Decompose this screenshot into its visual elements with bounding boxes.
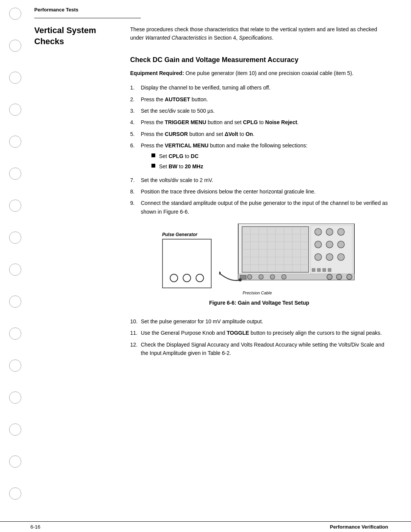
margin-circle-7 xyxy=(9,200,21,212)
figure-area: Pulse Generator xyxy=(130,224,388,313)
margin-circle-5 xyxy=(9,136,21,148)
bullet-list: Set CPLG to DC Set BW to 20 MHz xyxy=(151,152,388,171)
figure-inner: Pulse Generator xyxy=(162,224,356,288)
step-4: 4. Press the TRIGGER MENU button and set… xyxy=(130,118,388,126)
svg-point-21 xyxy=(315,254,322,260)
step-1: 1. Display the channel to be verified, t… xyxy=(130,83,388,92)
step-10: 10. Set the pulse generator for 10 mV am… xyxy=(130,317,388,326)
bullet-square-1 xyxy=(151,153,155,157)
pg-circle-1 xyxy=(170,274,178,282)
svg-point-31 xyxy=(270,275,275,279)
margin-circle-6 xyxy=(9,168,21,180)
main-content: Performance Tests Vertical System Checks… xyxy=(30,0,411,532)
steps-after-figure: 10. Set the pulse generator for 10 mV am… xyxy=(130,317,388,358)
footer-page-number: 6-16 xyxy=(30,524,40,530)
svg-point-37 xyxy=(239,278,242,281)
step-3: 3. Set the sec/div scale to 500 µs. xyxy=(130,107,388,115)
section-title-col: Vertical System Checks xyxy=(34,25,118,47)
bullet-square-2 xyxy=(151,164,155,168)
margin-circle-3 xyxy=(9,72,21,84)
svg-point-19 xyxy=(326,241,333,248)
svg-point-20 xyxy=(338,241,344,248)
svg-rect-25 xyxy=(317,268,320,272)
figure-caption: Figure 6-6: Gain and Voltage Test Setup xyxy=(209,300,309,306)
margin-circle-14 xyxy=(9,423,21,436)
margin-circle-15 xyxy=(9,455,21,468)
pg-circle-2 xyxy=(183,274,191,282)
step-6: 6. Press the VERTICAL MENU button and ma… xyxy=(130,141,388,173)
bullet-1: Set CPLG to DC xyxy=(151,152,388,160)
svg-rect-24 xyxy=(312,268,315,272)
breadcrumb: Performance Tests xyxy=(34,7,388,14)
footer: 6-16 Performance Verification xyxy=(0,521,411,532)
footer-section-title: Performance Verification xyxy=(330,524,388,530)
svg-point-32 xyxy=(282,275,286,279)
section-title: Vertical System Checks xyxy=(34,25,118,47)
svg-point-15 xyxy=(315,228,322,235)
top-rule xyxy=(34,18,141,18)
margin-circle-12 xyxy=(9,359,21,372)
pulse-generator-wrapper: Pulse Generator xyxy=(162,232,212,288)
equipment-para: Equipment Required: One pulse generator … xyxy=(130,69,388,77)
margin-circle-13 xyxy=(9,391,21,404)
svg-rect-27 xyxy=(328,268,331,272)
step-9: 9. Connect the standard amplitude output… xyxy=(130,199,388,216)
check-title: Check DC Gain and Voltage Measurement Ac… xyxy=(130,56,388,64)
step-2: 2. Press the AUTOSET button. xyxy=(130,95,388,104)
step-12: 12. Check the Displayed Signal Accuracy … xyxy=(130,340,388,358)
svg-point-35 xyxy=(347,274,352,280)
left-margin xyxy=(0,0,30,532)
margin-circle-4 xyxy=(9,104,21,116)
oscilloscope-figure: Precision Cable xyxy=(219,224,356,288)
check-section: Check DC Gain and Voltage Measurement Ac… xyxy=(118,56,388,363)
bullet-2: Set BW to 20 MHz xyxy=(151,163,388,171)
pg-circle-3 xyxy=(196,274,204,282)
intro-col: These procedures check those characteris… xyxy=(130,25,388,47)
margin-circle-16 xyxy=(9,487,21,500)
margin-circle-8 xyxy=(9,232,21,244)
margin-circle-11 xyxy=(9,328,21,340)
svg-point-16 xyxy=(326,228,333,235)
steps-list: 1. Display the channel to be verified, t… xyxy=(130,83,388,216)
svg-point-34 xyxy=(336,274,342,280)
svg-point-29 xyxy=(247,275,252,279)
step-5: 5. Press the CURSOR button and set ΔVolt… xyxy=(130,130,388,138)
svg-point-23 xyxy=(338,254,344,260)
svg-point-22 xyxy=(326,254,333,260)
intro-section: Vertical System Checks These procedures … xyxy=(34,25,388,47)
svg-point-17 xyxy=(338,228,344,235)
step-7: 7. Set the volts/div scale to 2 mV. xyxy=(130,176,388,184)
margin-circle-9 xyxy=(9,264,21,276)
pulse-gen-circles xyxy=(170,274,204,282)
step-8: 8. Position the trace three divisions be… xyxy=(130,187,388,196)
svg-rect-26 xyxy=(323,268,326,272)
svg-rect-36 xyxy=(240,275,246,279)
pulse-generator-label: Pulse Generator xyxy=(162,232,198,237)
pulse-generator-box xyxy=(162,239,212,288)
figure-svg xyxy=(219,224,356,288)
margin-circle-2 xyxy=(9,40,21,52)
svg-point-30 xyxy=(259,275,263,279)
intro-paragraph: These procedures check those characteris… xyxy=(130,25,388,42)
svg-point-18 xyxy=(315,241,322,248)
margin-circle-10 xyxy=(9,296,21,308)
svg-point-33 xyxy=(327,274,332,280)
margin-circle-1 xyxy=(9,8,21,20)
step-11: 11. Use the General Purpose Knob and TOG… xyxy=(130,329,388,337)
precision-cable-label: Precision Cable xyxy=(219,291,295,295)
